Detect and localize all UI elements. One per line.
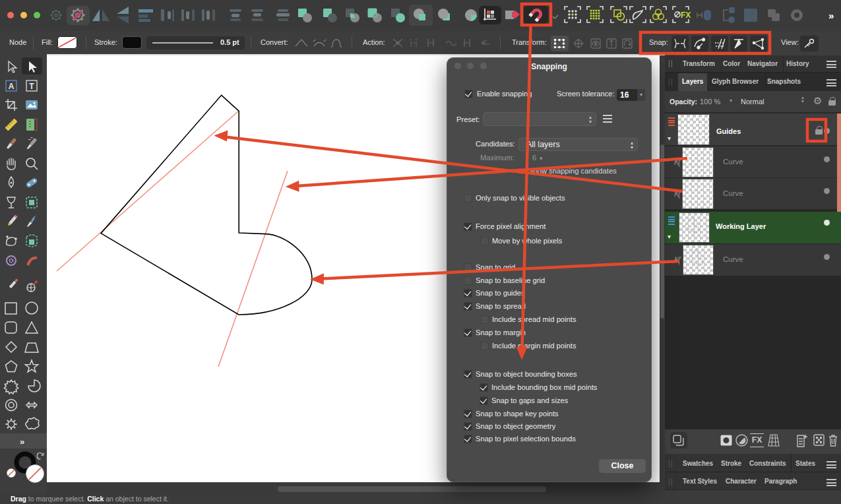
svg-text:»: » [828, 10, 834, 21]
svg-text:A: A [9, 82, 15, 91]
svg-text:FX: FX [681, 11, 691, 20]
svg-text:»: » [20, 437, 24, 447]
svg-text:T: T [29, 82, 34, 91]
